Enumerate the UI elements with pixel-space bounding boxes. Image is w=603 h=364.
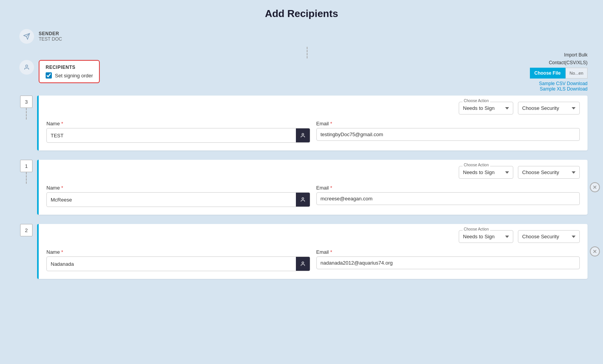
security-select-1[interactable]: Choose SecuritySMS AuthEmail AuthPasswor…	[518, 166, 580, 179]
email-group-2: Email *	[316, 249, 580, 271]
name-input-1[interactable]	[47, 194, 296, 206]
security-group-1: Choose SecuritySMS AuthEmail AuthPasswor…	[518, 166, 580, 179]
step-number-1: 1	[20, 160, 32, 172]
no-file-label: No...en	[565, 68, 588, 79]
email-label-0: Email *	[316, 121, 580, 126]
email-label-1: Email *	[316, 185, 580, 191]
name-input-wrapper-2	[46, 256, 310, 271]
action-label-2: Choose Action	[463, 227, 490, 231]
remove-button-2[interactable]: ✕	[590, 246, 600, 256]
recipient-card-1: Choose ActionNeeds to SignNeeds to ViewR…	[37, 160, 588, 215]
step-number-0: 3	[20, 96, 32, 108]
name-group-1: Name *	[46, 185, 310, 207]
name-label-0: Name *	[46, 121, 310, 126]
email-label-2: Email *	[316, 249, 580, 255]
recipient-row-1: 1Choose ActionNeeds to SignNeeds to View…	[15, 160, 588, 215]
action-group-0: Choose ActionNeeds to SignNeeds to ViewR…	[459, 102, 513, 114]
remove-button-1[interactable]: ✕	[590, 182, 600, 192]
action-group-1: Choose ActionNeeds to SignNeeds to ViewR…	[459, 166, 513, 179]
action-select-0[interactable]: Needs to SignNeeds to ViewReceives a Cop…	[459, 102, 513, 114]
sender-doc: TEST DOC	[39, 36, 62, 42]
import-label-1: Import Bulk	[530, 52, 588, 58]
email-group-1: Email *	[316, 185, 580, 207]
name-label-1: Name *	[46, 185, 310, 191]
action-select-1[interactable]: Needs to SignNeeds to ViewReceives a Cop…	[459, 166, 513, 179]
import-section: Import Bulk Contact(CSV/XLS) Choose File…	[530, 52, 588, 92]
recipients-box: RECIPIENTS Set signing order	[39, 60, 100, 83]
contact-icon-0[interactable]	[296, 128, 310, 142]
sender-icon	[19, 29, 34, 44]
email-group-0: Email *	[316, 121, 580, 143]
svg-point-3	[302, 133, 304, 135]
signing-order-checkbox[interactable]	[46, 72, 52, 79]
name-input-wrapper-1	[46, 192, 310, 207]
email-input-0[interactable]	[316, 128, 580, 141]
name-input-2[interactable]	[47, 258, 296, 270]
step-number-2: 2	[20, 224, 32, 236]
action-label-1: Choose Action	[463, 163, 490, 167]
contact-icon-1[interactable]	[296, 193, 310, 207]
svg-point-2	[26, 65, 27, 67]
name-label-2: Name *	[46, 249, 310, 255]
name-input-0[interactable]	[47, 130, 296, 142]
name-input-wrapper-0	[46, 128, 310, 143]
recipient-row-0: 3Choose ActionNeeds to SignNeeds to View…	[15, 96, 588, 150]
recipients-title: RECIPIENTS	[46, 65, 93, 70]
svg-point-4	[302, 198, 304, 200]
sample-xls-link[interactable]: Sample XLS Download	[530, 86, 588, 92]
email-input-2[interactable]	[316, 256, 580, 269]
action-group-2: Choose ActionNeeds to SignNeeds to ViewR…	[459, 230, 513, 243]
security-select-2[interactable]: Choose SecuritySMS AuthEmail AuthPasswor…	[518, 230, 580, 243]
email-input-1[interactable]	[316, 192, 580, 205]
sender-label: SENDER	[39, 31, 62, 36]
security-group-2: Choose SecuritySMS AuthEmail AuthPasswor…	[518, 230, 580, 243]
name-group-0: Name *	[46, 121, 310, 143]
recipients-icon	[19, 60, 34, 75]
action-select-2[interactable]: Needs to SignNeeds to ViewReceives a Cop…	[459, 230, 513, 243]
sample-csv-link[interactable]: Sample CSV Download	[530, 81, 588, 86]
page-title: Add Recipients	[15, 8, 588, 20]
svg-point-5	[302, 262, 304, 264]
name-group-2: Name *	[46, 249, 310, 271]
contact-icon-2[interactable]	[296, 257, 310, 271]
recipient-card-0: Choose ActionNeeds to SignNeeds to ViewR…	[37, 96, 588, 150]
action-label-0: Choose Action	[463, 99, 490, 103]
choose-file-button[interactable]: Choose File	[530, 68, 565, 79]
import-label-2: Contact(CSV/XLS)	[530, 60, 588, 65]
security-group-0: Choose SecuritySMS AuthEmail AuthPasswor…	[518, 102, 580, 114]
signing-order-label: Set signing order	[55, 73, 93, 79]
recipient-card-2: Choose ActionNeeds to SignNeeds to ViewR…	[37, 224, 588, 279]
security-select-0[interactable]: Choose SecuritySMS AuthEmail AuthPasswor…	[518, 102, 580, 114]
recipient-row-2: 2Choose ActionNeeds to SignNeeds to View…	[15, 224, 588, 279]
